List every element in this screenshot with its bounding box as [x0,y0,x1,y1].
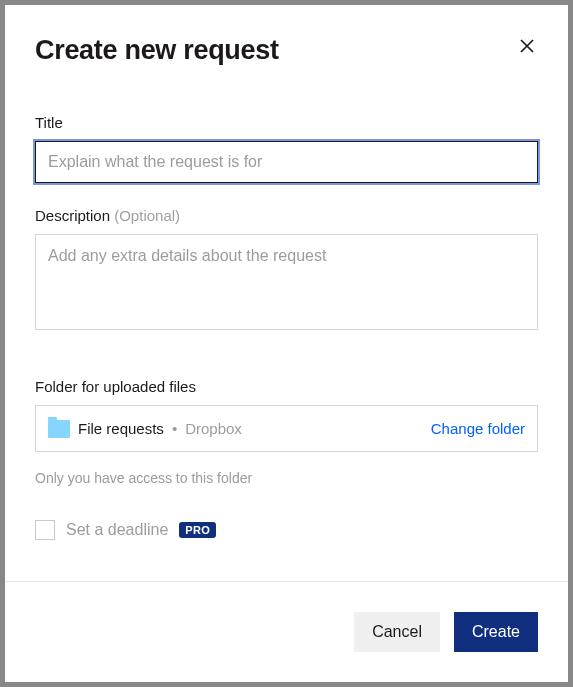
description-field-block: Description (Optional) [35,207,538,334]
folder-icon [48,420,70,438]
create-request-dialog: Create new request Title Description (Op… [5,5,568,682]
deadline-checkbox[interactable] [35,520,55,540]
folder-separator: • [172,420,177,437]
cancel-button[interactable]: Cancel [354,612,440,652]
deadline-row: Set a deadline PRO [35,520,538,540]
folder-helper-text: Only you have access to this folder [35,470,538,486]
description-label-text: Description [35,207,110,224]
folder-path: Dropbox [185,420,242,437]
pro-badge: PRO [179,522,216,538]
folder-picker: File requests • Dropbox Change folder [35,405,538,452]
create-button[interactable]: Create [454,612,538,652]
deadline-label: Set a deadline [66,521,168,539]
change-folder-link[interactable]: Change folder [431,420,525,437]
title-field-block: Title [35,114,538,183]
dialog-heading: Create new request [35,35,279,66]
close-button[interactable] [516,35,538,60]
title-input[interactable] [35,141,538,183]
title-label: Title [35,114,538,131]
description-label: Description (Optional) [35,207,538,224]
optional-hint: (Optional) [114,207,180,224]
folder-selection: File requests • Dropbox [48,420,242,438]
dialog-footer: Cancel Create [5,581,568,682]
close-icon [518,37,536,58]
dialog-body: Create new request Title Description (Op… [5,5,568,581]
folder-name: File requests [78,420,164,437]
folder-section-label: Folder for uploaded files [35,378,538,395]
dialog-header: Create new request [35,35,538,66]
description-input[interactable] [35,234,538,330]
